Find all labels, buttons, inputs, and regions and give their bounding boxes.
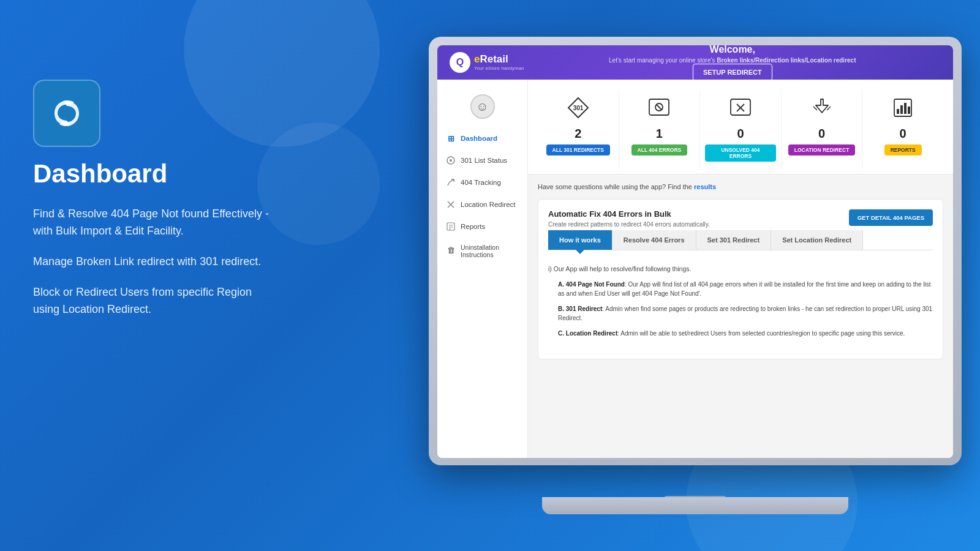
svg-line-16 (813, 107, 817, 110)
location-redirect-icon (446, 200, 456, 209)
stats-row: 301 2 ALL 301 REDIRECTS 1 ALL 404 ERRORS (528, 80, 953, 174)
tabs-row: How it works Resolve 404 Errors Set 301 … (548, 230, 933, 250)
logo-box (33, 80, 100, 147)
header-center: Welcome, Let's start managing your onlin… (524, 45, 941, 81)
list-status-icon (446, 156, 456, 165)
sidebar-label-dashboard: Dashboard (461, 135, 497, 142)
stat-icon-all404 (648, 97, 670, 123)
get-detail-button[interactable]: GET DETAIL 404 PAGES (849, 209, 933, 226)
autofix-section: Automatic Fix 404 Errors in Bulk Create … (538, 199, 943, 359)
svg-rect-21 (904, 103, 907, 114)
sidebar-item-404-tracking[interactable]: 404 Tracking (437, 171, 527, 193)
header-subtitle: Let's start managing your online store's… (524, 57, 941, 64)
stat-count-reports: 0 (900, 127, 907, 141)
logo-icon (48, 95, 85, 132)
how-item-404: A. 404 Page Not Found: Our App will find… (548, 280, 933, 298)
stat-card-all404: 1 ALL 404 ERRORS (619, 89, 701, 169)
laptop-screen: Q eRetail Your eStore handyman Welcome, … (437, 45, 953, 458)
how-item-location-label: C. Location Redirect (558, 330, 617, 337)
sidebar-label-reports: Reports (461, 223, 485, 230)
sidebar-label-301: 301 List Status (461, 157, 507, 164)
svg-text:301: 301 (573, 105, 583, 111)
autofix-header: Automatic Fix 404 Errors in Bulk Create … (548, 209, 933, 228)
svg-rect-20 (900, 105, 903, 114)
sidebar-item-location-redirect[interactable]: Location Redirect (437, 193, 527, 216)
sidebar-item-reports[interactable]: Reports (437, 216, 527, 238)
logo-text-block: eRetail Your eStore handyman (474, 54, 524, 71)
stat-badge-reports: REPORTS (884, 144, 922, 156)
sidebar-label-location: Location Redirect (461, 201, 516, 208)
svg-rect-19 (897, 109, 899, 114)
stat-badge-all404: ALL 404 ERRORS (631, 144, 688, 156)
laptop-base (542, 497, 848, 514)
sidebar-item-uninstall[interactable]: 🗑 Uninstallation Instructions (437, 238, 527, 264)
laptop-outer: Q eRetail Your eStore handyman Welcome, … (429, 37, 962, 465)
stat-count-301: 2 (575, 127, 581, 141)
sidebar-item-301-list-status[interactable]: 301 List Status (437, 149, 527, 171)
stat-icon-301: 301 (567, 97, 589, 123)
left-desc-3: Block or Redirect Users from specific Re… (33, 284, 278, 318)
laptop-container: Q eRetail Your eStore handyman Welcome, … (429, 37, 962, 514)
stat-count-all404: 1 (656, 127, 663, 141)
reports-icon (446, 222, 456, 231)
stat-icon-location (811, 97, 833, 123)
left-panel: Dashboard Find & Resolve 404 Page Not fo… (33, 80, 278, 331)
stat-card-location: 0 LOCATION REDIRECT (782, 89, 863, 169)
how-item-301-label: B. 301 Redirect (558, 305, 602, 312)
sidebar-item-dashboard[interactable]: ⊞ Dashboard (437, 127, 527, 149)
dashboard-icon: ⊞ (446, 133, 456, 143)
tab-set-301[interactable]: Set 301 Redirect (696, 230, 772, 250)
how-it-works-content: i) Our App will help to resolve/find fol… (548, 260, 933, 349)
app-header: Q eRetail Your eStore handyman Welcome, … (437, 45, 953, 80)
autofix-desc: Create redirect patterns to redirect 404… (548, 221, 710, 228)
header-welcome: Welcome, (524, 45, 941, 55)
left-title: Dashboard (33, 159, 278, 189)
how-item-301: B. 301 Redirect: Admin when find some pa… (548, 304, 933, 323)
left-desc-2: Manage Broken Link redirect with 301 red… (33, 253, 278, 271)
avatar: ☺ (470, 94, 495, 119)
question-text: Have some questions while using the app?… (538, 183, 694, 190)
left-desc-1: Find & Resolve 404 Page Not found Effect… (33, 206, 278, 240)
how-item-location: C. Location Redirect: Admin will be able… (548, 329, 933, 338)
app-body: ☺ ⊞ Dashboard 301 List Status (437, 80, 953, 458)
app-logo: Q eRetail Your eStore handyman (450, 52, 524, 73)
svg-rect-22 (908, 107, 910, 114)
brand-tagline: Your eStore handyman (474, 66, 524, 71)
stat-card-reports: 0 REPORTS (862, 89, 943, 169)
question-bar: Have some questions while using the app?… (538, 183, 943, 190)
sidebar-label-uninstall: Uninstallation Instructions (461, 244, 519, 258)
sidebar: ☺ ⊞ Dashboard 301 List Status (437, 80, 528, 458)
tab-how-it-works[interactable]: How it works (548, 230, 612, 250)
svg-line-12 (657, 105, 662, 110)
results-link[interactable]: results (694, 183, 716, 190)
stat-count-location: 0 (818, 127, 825, 141)
content-area: Have some questions while using the app?… (528, 174, 953, 377)
stat-count-unsolved404: 0 (737, 127, 744, 141)
stat-icon-unsolved404 (729, 97, 752, 123)
uninstall-icon: 🗑 (446, 245, 456, 255)
stat-badge-unsolved404: UNSOLVED 404 ERRORS (705, 144, 776, 162)
svg-point-1 (450, 159, 452, 162)
autofix-text: Automatic Fix 404 Errors in Bulk Create … (548, 209, 710, 228)
stat-badge-location: LOCATION REDIRECT (788, 144, 856, 156)
how-item-404-label: A. 404 Page Not Found (558, 281, 625, 288)
autofix-title: Automatic Fix 404 Errors in Bulk (548, 209, 710, 219)
tab-set-location[interactable]: Set Location Redirect (771, 230, 863, 250)
sidebar-avatar-area: ☺ (437, 86, 527, 127)
how-item-location-text: : Admin will be able to set/redirect Use… (617, 330, 905, 337)
stat-card-unsolved404: 0 UNSOLVED 404 ERRORS (700, 89, 782, 169)
stat-icon-reports (892, 97, 914, 123)
tab-resolve-404[interactable]: Resolve 404 Errors (612, 230, 696, 250)
how-item-301-text: : Admin when find some pages or products… (558, 305, 932, 321)
logo-circle-icon: Q (450, 52, 470, 73)
brand-name: eRetail (474, 54, 524, 66)
stat-card-301: 301 2 ALL 301 REDIRECTS (538, 89, 619, 169)
tracking-icon (446, 178, 456, 187)
stat-badge-301: ALL 301 REDIRECTS (546, 144, 610, 156)
how-intro: i) Our App will help to resolve/find fol… (548, 265, 933, 272)
main-content: 301 2 ALL 301 REDIRECTS 1 ALL 404 ERRORS (528, 80, 953, 458)
setup-redirect-button[interactable]: SETUP REDIRECT (693, 64, 772, 81)
sidebar-label-404: 404 Tracking (461, 179, 501, 186)
svg-line-17 (827, 107, 831, 110)
